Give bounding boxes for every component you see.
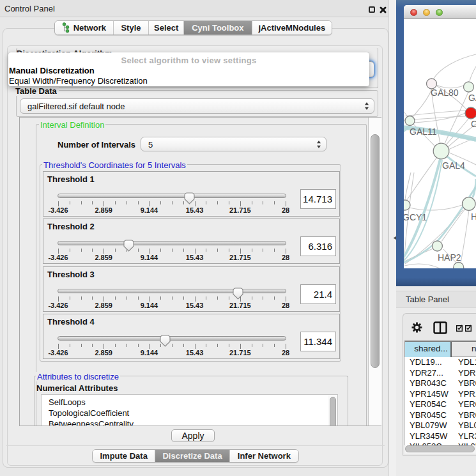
svg-text:GAL11: GAL11 — [410, 127, 437, 137]
svg-text:H: H — [471, 211, 476, 222]
svg-text:GAL80: GAL80 — [431, 88, 459, 98]
svg-text:GA: GA — [468, 93, 476, 103]
svg-text:GCY1: GCY1 — [404, 212, 427, 222]
svg-text:C: C — [471, 119, 476, 129]
svg-text:HAP2: HAP2 — [438, 252, 461, 263]
svg-text:GAL4: GAL4 — [442, 160, 465, 171]
